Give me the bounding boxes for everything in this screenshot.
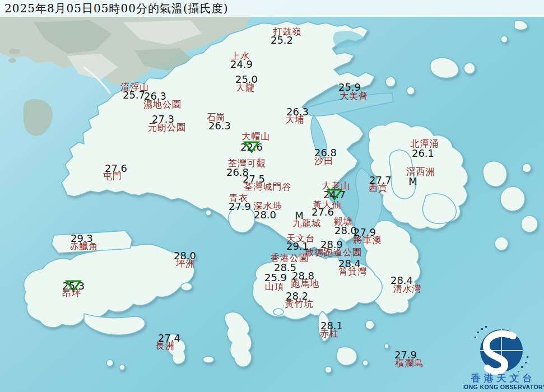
hko-logo-chinese-name: 香港天文台 xyxy=(471,372,536,384)
station-temp: 24.7 xyxy=(323,190,346,200)
station-temp: 28.9 xyxy=(320,240,343,250)
station-temp: 29.3 xyxy=(71,234,93,244)
station-temp: M xyxy=(295,211,304,221)
temperature-map: 25.2打鼓嶺24.9上水25.0大隴25.7流浮山26.3濕地公園25.9大美… xyxy=(0,0,544,392)
station-temp: 27.3 xyxy=(152,114,174,124)
station-temp: 25.7 xyxy=(123,90,145,100)
station-temp: 27.5 xyxy=(243,174,265,184)
station-temp: 28.4 xyxy=(390,276,413,286)
hko-logo: 香港天文台 HONG KONG OBSERVATORY xyxy=(463,323,544,392)
station-temp: 24.9 xyxy=(230,59,253,69)
station-temp: 26.3 xyxy=(208,121,231,131)
title-bar: 2025年8月05日05時00分的氣溫(攝氏度) xyxy=(0,0,544,17)
station-temp: 27.6 xyxy=(311,207,334,217)
hko-logo-english-name: HONG KONG OBSERVATORY xyxy=(463,384,544,390)
station-temp: 28.0 xyxy=(174,251,196,261)
station-temp: 25.9 xyxy=(338,82,361,92)
station-temp: 28.2 xyxy=(286,291,308,301)
station-temp: 22.6 xyxy=(240,142,263,152)
station-temp: 27.6 xyxy=(105,164,127,174)
station-name: 大美督 xyxy=(340,92,369,101)
station-temp: 25.9 xyxy=(264,273,287,283)
station-name: 大帽山 xyxy=(242,132,271,141)
map-title: 2025年8月05日05時00分的氣溫(攝氏度) xyxy=(4,1,229,16)
station-temp: 27.9 xyxy=(394,350,417,360)
station-temp: 26.1 xyxy=(412,148,434,158)
station-temp: 25.0 xyxy=(235,74,258,85)
station-temp: 27.7 xyxy=(369,175,392,185)
station-temp: 28.4 xyxy=(338,259,361,269)
station-temp: 28.8 xyxy=(292,271,314,281)
station-temp: 27.4 xyxy=(158,333,180,343)
station-temp: 26.8 xyxy=(314,148,337,158)
station-temp: 28.1 xyxy=(320,321,343,331)
station-temp: 25.2 xyxy=(271,35,293,45)
station-temp: 27.9 xyxy=(354,227,376,237)
station-temp: 28.0 xyxy=(254,210,276,220)
station-temp: 26.3 xyxy=(144,91,166,101)
station-temp: 27.9 xyxy=(229,202,251,212)
station-temp: 29.1 xyxy=(286,241,309,251)
station-temp: 25.3 xyxy=(62,281,85,291)
station-temp: M xyxy=(408,176,417,186)
station-name: 山頂 xyxy=(265,282,284,291)
station-temp: 26.3 xyxy=(286,107,309,117)
